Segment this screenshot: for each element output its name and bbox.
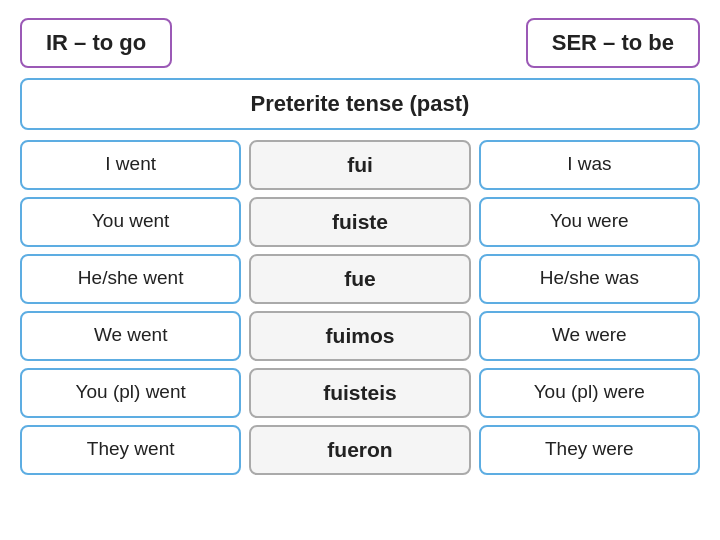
verb-cell: fui: [249, 140, 470, 190]
right-cell: You (pl) were: [479, 368, 700, 418]
right-cell: You were: [479, 197, 700, 247]
left-cell: We went: [20, 311, 241, 361]
top-row: IR – to go SER – to be: [20, 18, 700, 68]
table-row: They wentfueronThey were: [20, 425, 700, 475]
left-cell: They went: [20, 425, 241, 475]
conjugation-table: I wentfuiI wasYou wentfuisteYou wereHe/s…: [20, 140, 700, 475]
verb-cell: fuiste: [249, 197, 470, 247]
verb-cell: fuisteis: [249, 368, 470, 418]
verb-cell: fuimos: [249, 311, 470, 361]
table-row: He/she wentfueHe/she was: [20, 254, 700, 304]
verb-cell: fue: [249, 254, 470, 304]
ir-title: IR – to go: [20, 18, 172, 68]
left-cell: He/she went: [20, 254, 241, 304]
right-cell: They were: [479, 425, 700, 475]
table-row: I wentfuiI was: [20, 140, 700, 190]
table-row: You (pl) wentfuisteisYou (pl) were: [20, 368, 700, 418]
left-cell: You went: [20, 197, 241, 247]
left-cell: You (pl) went: [20, 368, 241, 418]
verb-cell: fueron: [249, 425, 470, 475]
ser-title: SER – to be: [526, 18, 700, 68]
right-cell: He/she was: [479, 254, 700, 304]
left-cell: I went: [20, 140, 241, 190]
right-cell: I was: [479, 140, 700, 190]
table-row: We wentfuimosWe were: [20, 311, 700, 361]
table-row: You wentfuisteYou were: [20, 197, 700, 247]
preterite-banner: Preterite tense (past): [20, 78, 700, 130]
right-cell: We were: [479, 311, 700, 361]
